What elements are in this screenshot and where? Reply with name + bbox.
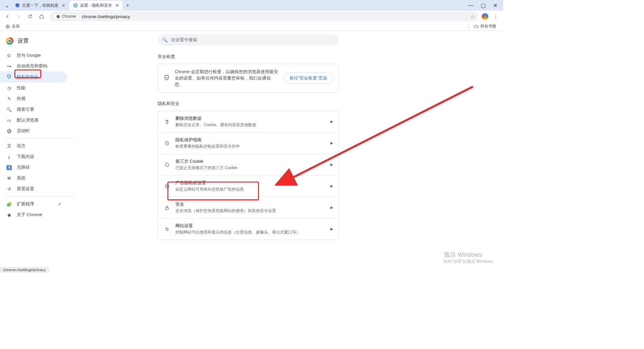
section-title-safety-check: 安全检查 [158,54,339,60]
sidebar-item-extensions[interactable]: 🧩扩展程序↗ [0,199,67,209]
close-tab-icon[interactable]: ✕ [115,3,119,8]
accessibility-icon: ♿ [6,165,12,170]
divider [468,24,469,29]
settings-search-input[interactable]: 🔍 在设置中搜索 [158,34,339,46]
reset-icon: ↺ [6,187,12,192]
google-icon: G [6,53,12,58]
close-tab-icon[interactable]: ✕ [62,3,65,8]
sidebar-item-default-browser[interactable]: ▭默认浏览器 [0,115,67,126]
baidu-favicon [15,3,20,8]
search-icon: 🔍 [162,38,168,43]
row-title: 网站设置 [175,223,326,229]
back-button[interactable] [3,12,12,21]
row-sub: 已阻止无痕模式下的第三方 Cookie [175,165,326,171]
extension-icon: 🧩 [6,202,12,207]
sidebar-item-label: 语言 [17,143,25,149]
row-privacy-guide[interactable]: 隐私保护指南检查重要的隐私控制设置和安全控件 ▶ [158,132,338,154]
menu-button[interactable]: ⋮ [491,12,500,21]
svg-point-8 [167,165,168,165]
sidebar-item-you-and-google[interactable]: G您与 Google [0,50,67,61]
status-bar: chrome://settings/privacy [0,267,49,272]
chevron-right-icon: ▶ [330,205,333,210]
row-title: 隐私保护指南 [175,137,326,143]
go-to-safety-check-button[interactable]: 前往"安全检查"页面 [284,72,333,84]
search-icon: 🔍 [6,107,12,112]
row-title: 安全 [175,201,326,207]
bookmark-star-icon[interactable]: ☆ [470,13,475,20]
sidebar-item-label: 搜索引擎 [17,106,34,112]
sidebar-item-label: 外观 [17,96,25,102]
sidebar-item-appearance[interactable]: ✎外观 [0,93,67,104]
bookmark-label: 京东 [12,23,20,29]
safety-check-card: Chrome 会定期进行检查，以确保您的浏览器使用最安全的设置。如有任何内容需要… [158,64,339,93]
row-sub: 检查重要的隐私控制设置和安全控件 [175,144,326,149]
chevron-right-icon: ▶ [330,227,333,231]
sidebar-item-label: 自动填充和密码 [17,63,47,69]
sidebar-item-on-startup[interactable]: ⏻启动时 [0,126,67,136]
sidebar-item-accessibility[interactable]: ♿无障碍 [0,162,67,173]
separator [6,138,74,139]
row-title: 删除浏览数据 [175,115,326,121]
settings-brand: 设置 [0,33,80,50]
settings-title: 设置 [17,37,29,45]
sidebar-item-label: 无障碍 [17,164,30,170]
window-controls: — ▢ ✕ [468,2,503,9]
address-bar[interactable]: Chrome chrome://settings/privacy ☆ [50,11,478,21]
watermark-line2: 转到"设置"以激活 Windows。 [444,259,496,264]
home-button[interactable] [37,12,46,21]
reload-button[interactable] [25,12,35,21]
chevron-right-icon: ▶ [330,141,333,145]
row-security[interactable]: 安全安全浏览（保护您免受危险网站的侵害）和其他安全设置 ▶ [158,197,338,218]
trash-icon [163,119,171,124]
row-site-settings[interactable]: 网站设置控制网站可以使用和显示的信息（位置信息、摄像头、弹出式窗口等） ▶ [158,218,338,240]
row-third-party-cookies[interactable]: 第三方 Cookie已阻止无痕模式下的第三方 Cookie ▶ [158,154,338,175]
browser-tab-settings[interactable]: 设置 - 隐私和安全 ✕ [69,1,122,10]
sidebar-item-search-engine[interactable]: 🔍搜索引擎 [0,104,67,115]
svg-point-7 [166,164,167,164]
sidebar-item-label: 启动时 [17,128,30,134]
row-ad-privacy[interactable]: 广告隐私权设置自定义网站可用来向您投放广告的信息 ▶ [158,175,338,197]
sidebar-item-performance[interactable]: ◷性能 [0,83,67,93]
bookmark-jd[interactable]: 京东 [3,23,22,30]
row-sub: 安全浏览（保护您免受危险网站的侵害）和其他安全设置 [175,208,326,214]
tab-title: 百度一下，你就知道 [22,3,58,8]
sidebar-item-downloads[interactable]: ⭳下载内容 [0,151,67,162]
separator [6,196,74,197]
tab-title: 设置 - 隐私和安全 [80,3,112,8]
sidebar-item-languages[interactable]: 文语言 [0,141,67,151]
sidebar-item-privacy[interactable]: 隐私和安全 [0,71,67,83]
svg-point-3 [57,15,60,18]
row-title: 广告隐私权设置 [175,180,326,186]
maximize-button[interactable]: ▢ [480,2,486,9]
svg-point-0 [15,3,19,7]
site-chip[interactable]: Chrome [53,13,79,19]
url-text: chrome://settings/privacy [82,14,130,19]
speedometer-icon: ◷ [6,86,12,91]
settings-favicon [73,3,78,8]
sidebar-item-reset[interactable]: ↺重置设置 [0,184,67,194]
new-tab-button[interactable]: + [123,1,132,10]
all-bookmarks-button[interactable]: 所有书签 [472,23,498,30]
palette-icon: ✎ [6,96,12,101]
sidebar-item-label: 性能 [17,85,25,91]
privacy-card: 删除浏览数据删除历史记录、Cookie、缓存内容及其他数据 ▶ 隐私保护指南检查… [158,111,339,240]
forward-button[interactable] [14,12,23,21]
safety-check-text: Chrome 会定期进行检查，以确保您的浏览器使用最安全的设置。如有任何内容需要… [175,69,279,88]
tab-strip: ⌄ 百度一下，你就知道 ✕ 设置 - 隐私和安全 ✕ + — ▢ ✕ [0,0,503,11]
sidebar-item-autofill[interactable]: ⊶自动填充和密码 [0,61,67,71]
browser-tab-baidu[interactable]: 百度一下，你就知道 ✕ [11,1,69,10]
row-clear-browsing-data[interactable]: 删除浏览数据删除历史记录、Cookie、缓存内容及其他数据 ▶ [158,111,338,132]
sidebar-item-system[interactable]: ⚒系统 [0,173,67,184]
power-icon: ⏻ [6,129,12,134]
tab-search-dropdown[interactable]: ⌄ [2,1,11,9]
minimize-button[interactable]: — [468,2,474,9]
sidebar-item-about[interactable]: ◉关于 Chrome [0,209,67,220]
ad-icon [163,184,171,189]
lock-icon [163,205,171,210]
chrome-icon: ◉ [6,212,12,217]
chip-label: Chrome [62,14,76,19]
row-sub: 自定义网站可用来向您投放广告的信息 [175,187,326,192]
section-title-privacy: 隐私和安全 [158,101,339,107]
profile-avatar[interactable] [482,13,488,20]
close-window-button[interactable]: ✕ [492,2,498,9]
